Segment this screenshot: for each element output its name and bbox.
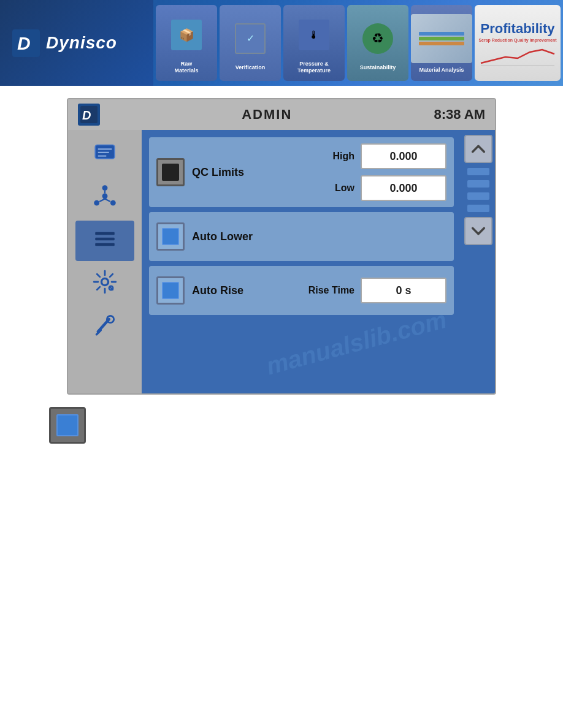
main-container: D ADMIN 8:38 AM bbox=[0, 86, 563, 468]
auto-lower-toggle[interactable] bbox=[156, 222, 185, 251]
chevron-down-icon bbox=[470, 222, 487, 240]
scroll-indicator-1 bbox=[467, 168, 489, 175]
nav-card-profitability-sublabel: Scrap Reduction Quality Improvement bbox=[478, 38, 556, 42]
list-icon bbox=[94, 228, 116, 254]
logo-area: D Dynisco bbox=[0, 0, 153, 86]
qc-high-row: High 0.000 bbox=[332, 143, 446, 169]
qc-high-value[interactable]: 0.000 bbox=[361, 143, 446, 169]
panel-body: manualslib.com QC Limits High 0.000 Low bbox=[68, 130, 495, 393]
standalone-toggle[interactable] bbox=[49, 407, 86, 444]
auto-lower-label: Auto Lower bbox=[192, 230, 446, 243]
nav-card-material-label: Material Analysis bbox=[418, 66, 465, 75]
nav-card-verification-label: Verification bbox=[234, 63, 267, 72]
svg-text:D: D bbox=[17, 33, 31, 53]
svg-line-27 bbox=[110, 274, 113, 277]
sidebar-item-messages[interactable] bbox=[75, 135, 134, 175]
auto-lower-toggle-inner bbox=[162, 228, 179, 245]
qc-limits-values: High 0.000 Low 0.000 bbox=[332, 143, 446, 201]
qc-limits-toggle[interactable] bbox=[156, 158, 185, 186]
rise-time-label: Rise Time bbox=[308, 285, 354, 296]
qc-limits-row: QC Limits High 0.000 Low 0.000 bbox=[149, 137, 454, 207]
scroll-up-button[interactable] bbox=[464, 135, 492, 163]
rise-time-value[interactable]: 0 s bbox=[361, 278, 446, 303]
svg-point-12 bbox=[110, 200, 116, 205]
header-banner: D Dynisco 📦 RawMaterials ✓ Verification bbox=[0, 0, 563, 86]
svg-point-10 bbox=[102, 185, 108, 191]
svg-line-25 bbox=[97, 274, 100, 277]
rise-time-row: Rise Time 0 s bbox=[308, 278, 446, 303]
nav-card-verification[interactable]: ✓ Verification bbox=[220, 5, 281, 81]
qc-low-label: Low bbox=[335, 183, 354, 194]
nav-card-pressure-label: Pressure &Temperature bbox=[296, 59, 332, 75]
chevron-up-icon bbox=[470, 140, 487, 157]
right-scrollbar bbox=[461, 130, 495, 393]
svg-line-15 bbox=[99, 199, 105, 201]
qc-high-label: High bbox=[332, 151, 354, 162]
scroll-down-button[interactable] bbox=[464, 217, 492, 245]
panel-title: ADMIN bbox=[242, 107, 292, 123]
svg-rect-18 bbox=[95, 237, 115, 240]
panel-logo: D bbox=[78, 104, 100, 126]
svg-rect-17 bbox=[95, 232, 115, 235]
ui-panel: D ADMIN 8:38 AM bbox=[67, 98, 496, 395]
nav-card-raw-label: RawMaterials bbox=[173, 59, 199, 75]
dynisco-wordmark: Dynisco bbox=[46, 33, 117, 53]
nav-card-sustainability[interactable]: ♻ Sustainability bbox=[347, 5, 408, 81]
auto-rise-toggle[interactable] bbox=[156, 276, 185, 305]
svg-rect-19 bbox=[95, 243, 115, 246]
sidebar bbox=[68, 130, 142, 393]
svg-point-11 bbox=[94, 200, 99, 205]
qc-low-row: Low 0.000 bbox=[335, 175, 446, 201]
profitability-graph-icon bbox=[475, 45, 561, 66]
svg-line-16 bbox=[105, 199, 110, 201]
dynisco-logo: D Dynisco bbox=[12, 29, 117, 57]
sidebar-item-tools[interactable] bbox=[75, 306, 134, 347]
auto-rise-toggle-inner bbox=[162, 282, 179, 299]
auto-rise-label: Auto Rise bbox=[192, 284, 301, 297]
qc-limits-label: QC Limits bbox=[192, 166, 325, 179]
main-content: manualslib.com QC Limits High 0.000 Low bbox=[142, 130, 461, 393]
sidebar-item-settings[interactable] bbox=[75, 264, 134, 304]
nav-card-profitability-label: Profitability bbox=[479, 20, 556, 38]
nav-card-profitability[interactable]: Profitability Scrap Reduction Quality Im… bbox=[475, 5, 561, 81]
tools-icon bbox=[94, 314, 116, 340]
header-nav: 📦 RawMaterials ✓ Verification 🌡 Pressure… bbox=[153, 0, 563, 86]
nav-card-material-analysis[interactable]: Material Analysis bbox=[411, 5, 472, 81]
svg-point-20 bbox=[101, 278, 108, 285]
messages-icon bbox=[94, 142, 116, 169]
standalone-section bbox=[25, 395, 538, 456]
nav-card-raw-materials[interactable]: 📦 RawMaterials bbox=[156, 5, 217, 81]
panel-header: D ADMIN 8:38 AM bbox=[68, 99, 495, 130]
settings-icon bbox=[93, 270, 117, 298]
svg-text:D: D bbox=[82, 108, 91, 122]
panel-logo-icon: D bbox=[80, 106, 98, 123]
scroll-indicator-3 bbox=[467, 192, 489, 200]
panel-time: 8:38 AM bbox=[434, 107, 485, 123]
watermark: manualslib.com bbox=[263, 306, 450, 381]
qc-low-value[interactable]: 0.000 bbox=[361, 175, 446, 201]
auto-rise-row: Auto Rise Rise Time 0 s bbox=[149, 266, 454, 315]
auto-lower-row: Auto Lower bbox=[149, 212, 454, 261]
qc-limits-toggle-inner bbox=[162, 164, 179, 181]
auto-rise-values: Rise Time 0 s bbox=[308, 278, 446, 303]
scroll-indicator-2 bbox=[467, 180, 489, 188]
nav-card-pressure-temp[interactable]: 🌡 Pressure &Temperature bbox=[283, 5, 345, 81]
nav-card-sustainability-label: Sustainability bbox=[359, 63, 397, 72]
svg-point-13 bbox=[102, 193, 108, 199]
sidebar-item-list[interactable] bbox=[75, 221, 134, 261]
scroll-indicator-4 bbox=[467, 205, 489, 212]
sidebar-item-network[interactable] bbox=[75, 178, 134, 218]
dynisco-logo-icon: D bbox=[12, 29, 40, 57]
svg-line-28 bbox=[97, 287, 100, 290]
network-icon bbox=[93, 184, 117, 213]
standalone-toggle-inner bbox=[56, 414, 79, 436]
